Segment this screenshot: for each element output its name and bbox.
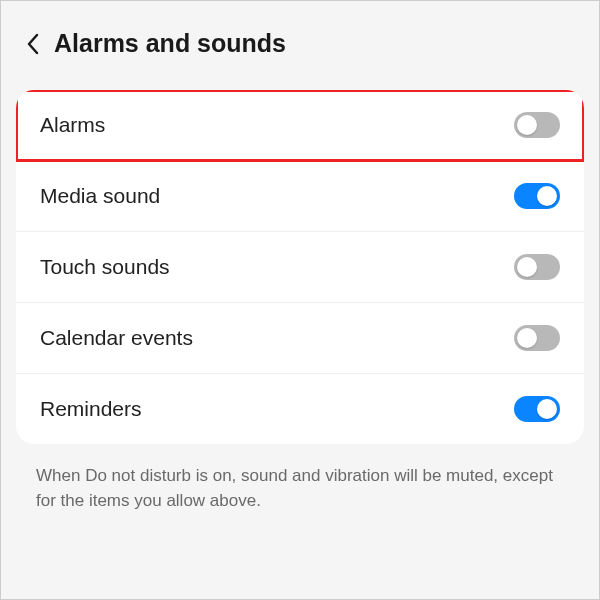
footer-help-text: When Do not disturb is on, sound and vib… [16, 444, 584, 521]
back-icon[interactable] [26, 32, 40, 56]
toggle-thumb [517, 328, 537, 348]
toggle-thumb [517, 257, 537, 277]
setting-row-reminders[interactable]: Reminders [16, 374, 584, 444]
toggle-touch-sounds[interactable] [514, 254, 560, 280]
setting-row-alarms[interactable]: Alarms [16, 90, 584, 161]
toggle-alarms[interactable] [514, 112, 560, 138]
setting-label: Reminders [40, 397, 142, 421]
setting-label: Alarms [40, 113, 105, 137]
page-title: Alarms and sounds [54, 29, 286, 58]
setting-row-calendar-events[interactable]: Calendar events [16, 303, 584, 374]
setting-label: Calendar events [40, 326, 193, 350]
toggle-media-sound[interactable] [514, 183, 560, 209]
toggle-thumb [517, 115, 537, 135]
toggle-reminders[interactable] [514, 396, 560, 422]
toggle-thumb [537, 399, 557, 419]
settings-list: Alarms Media sound Touch sounds Calendar… [16, 90, 584, 444]
setting-label: Touch sounds [40, 255, 170, 279]
header-bar: Alarms and sounds [16, 21, 584, 82]
toggle-thumb [537, 186, 557, 206]
toggle-calendar-events[interactable] [514, 325, 560, 351]
setting-row-touch-sounds[interactable]: Touch sounds [16, 232, 584, 303]
setting-row-media-sound[interactable]: Media sound [16, 161, 584, 232]
setting-label: Media sound [40, 184, 160, 208]
